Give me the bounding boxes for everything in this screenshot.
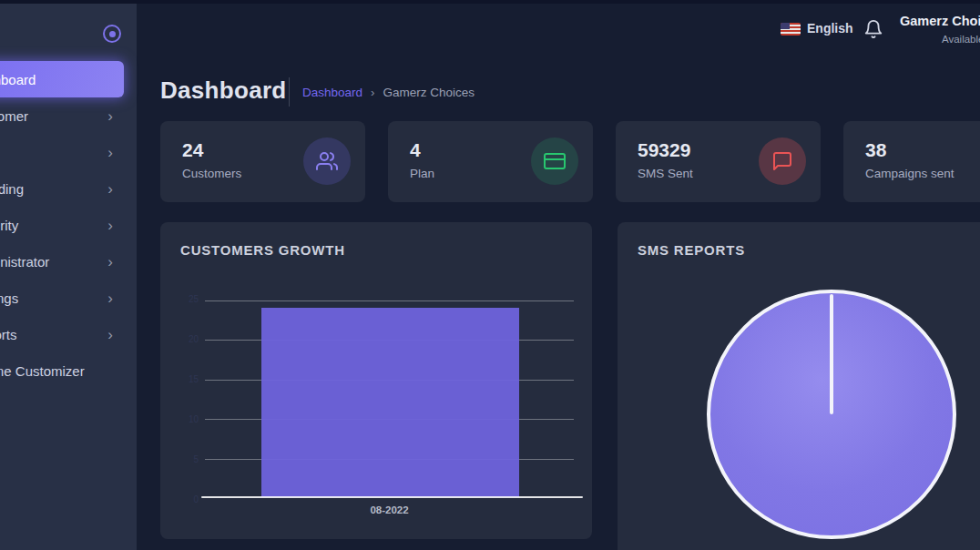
title-divider <box>289 77 290 107</box>
sidebar-menu: Dashboard Customer › Plan › Branding › S… <box>0 61 137 389</box>
credit-card-icon <box>531 138 578 185</box>
chevron-right-icon: › <box>107 327 113 342</box>
page-title: Dashboard <box>160 76 287 105</box>
stat-card-plan: 4 Plan <box>388 121 593 202</box>
sidebar-item-label: Branding <box>0 181 24 197</box>
sidebar-item-label: Settings <box>0 290 18 306</box>
breadcrumb-current: Gamerz Choices <box>383 86 475 99</box>
sidebar-item-branding[interactable]: Branding › <box>0 170 137 207</box>
language-selector[interactable]: English <box>807 21 853 36</box>
users-icon <box>303 138 351 185</box>
breadcrumb-separator-icon: › <box>371 86 374 99</box>
chevron-right-icon: › <box>107 145 113 160</box>
breadcrumb: Dashboard › Gamerz Choices <box>302 86 475 99</box>
notification-bell-icon[interactable] <box>863 19 883 39</box>
stat-label: Campaigns sent <box>865 167 980 180</box>
stat-card-campaigns: 38 Campaigns sent <box>843 121 980 202</box>
user-menu[interactable]: Gamerz Choices <box>900 14 980 28</box>
customers-growth-title: CUSTOMERS GROWTH <box>180 242 345 258</box>
dashboard-screen: Dashboard Customer › Plan › Branding › S… <box>0 0 980 550</box>
x-axis-line <box>201 496 583 498</box>
sidebar-item-security[interactable]: Security › <box>0 207 137 243</box>
customers-growth-panel: CUSTOMERS GROWTH 2520151050 08-2022 <box>160 222 592 539</box>
sms-reports-panel: SMS REPORTS <box>618 222 980 550</box>
growth-bar-chart <box>205 300 574 498</box>
sidebar-item-label: Dashboard <box>0 72 36 87</box>
sidebar-item-label: Security <box>0 218 18 233</box>
sidebar-item-reports[interactable]: Reports › <box>0 316 137 352</box>
chevron-right-icon: › <box>107 108 113 124</box>
message-icon <box>759 138 806 185</box>
sidebar-item-label: Administrator <box>0 254 49 270</box>
sidebar-item-plan[interactable]: Plan › <box>0 134 137 170</box>
stat-value: 38 <box>865 139 980 161</box>
sidebar-item-dashboard[interactable]: Dashboard <box>0 61 124 97</box>
chevron-right-icon: › <box>107 218 113 233</box>
sms-reports-title: SMS REPORTS <box>638 242 745 258</box>
breadcrumb-link-dashboard[interactable]: Dashboard <box>302 86 362 99</box>
sidebar-item-label: Customer <box>0 108 28 124</box>
us-flag-icon[interactable] <box>781 23 801 36</box>
sidebar-item-theme-customizer[interactable]: Theme Customizer <box>0 352 137 389</box>
sidebar-item-settings[interactable]: Settings › <box>0 280 137 316</box>
pie-slice-boundary <box>830 294 833 414</box>
sidebar-item-label: Theme Customizer <box>0 363 85 379</box>
sidebar: Dashboard Customer › Plan › Branding › S… <box>0 4 137 550</box>
sidebar-item-administrator[interactable]: Administrator › <box>0 243 137 280</box>
chevron-right-icon: › <box>107 254 113 270</box>
chevron-right-icon: › <box>107 181 113 197</box>
sidebar-item-label: Reports <box>0 327 17 342</box>
user-status: Available <box>942 34 980 45</box>
growth-yticks: 2520151050 <box>179 294 199 504</box>
gridline <box>205 300 574 301</box>
chevron-right-icon: › <box>107 290 113 306</box>
top-strip <box>0 0 980 4</box>
growth-bar <box>261 308 519 497</box>
stat-card-sms-sent: 59329 SMS Sent <box>616 121 821 202</box>
sidebar-item-customer[interactable]: Customer › <box>0 97 137 134</box>
stat-card-customers: 24 Customers <box>160 121 365 202</box>
sidebar-collapse-toggle-icon[interactable] <box>103 25 121 43</box>
x-axis-label: 08-2022 <box>205 504 574 515</box>
